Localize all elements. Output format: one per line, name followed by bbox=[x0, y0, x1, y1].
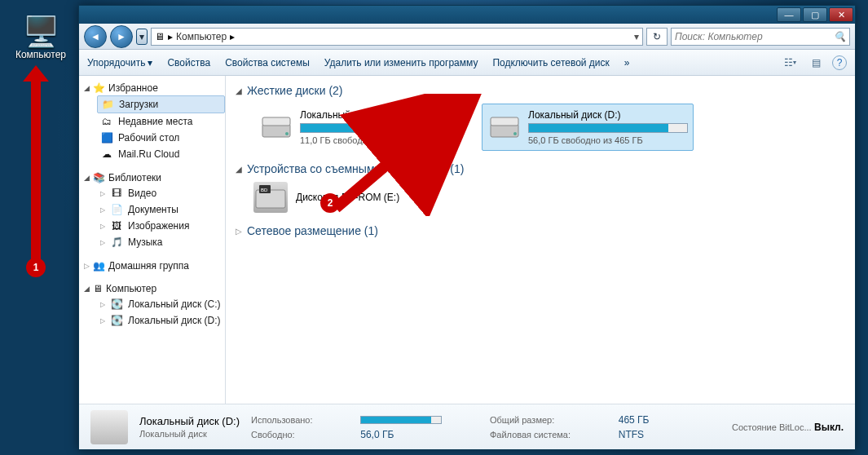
triangle-right-icon: ▷ bbox=[84, 262, 90, 270]
nav-homegroup: ▷ 👥 Домашняя группа bbox=[79, 258, 225, 273]
map-network-drive-button[interactable]: Подключить сетевой диск bbox=[492, 57, 609, 68]
history-dropdown[interactable]: ▾ bbox=[136, 29, 148, 45]
organize-label: Упорядочить bbox=[87, 57, 145, 68]
bd-rom-icon: BD bbox=[253, 182, 288, 213]
desktop-icon-label: Компьютер bbox=[15, 49, 67, 60]
nav-computer: ◢ 🖥 Компьютер ▷ 💽 Локальный диск (C:) ▷ … bbox=[79, 281, 225, 329]
drive-name: Локальный диск (C:) bbox=[300, 109, 460, 121]
desktop-computer-icon[interactable]: 🖥️ Компьютер bbox=[15, 15, 67, 60]
nav-homegroup-header[interactable]: ▷ 👥 Домашняя группа bbox=[79, 258, 225, 273]
titlebar[interactable]: — ▢ ✕ bbox=[79, 6, 855, 24]
drive-d[interactable]: Локальный диск (D:) 56,0 ГБ свободно из … bbox=[482, 104, 694, 151]
uninstall-program-button[interactable]: Удалить или изменить программу bbox=[324, 57, 478, 68]
monitor-icon: 🖥️ bbox=[15, 15, 67, 49]
search-input[interactable]: Поиск: Компьютер 🔍 bbox=[671, 28, 850, 46]
back-button[interactable]: ◄ bbox=[84, 25, 107, 48]
svg-text:BD: BD bbox=[261, 188, 268, 192]
search-placeholder: Поиск: Компьютер bbox=[675, 31, 763, 42]
window-body: ◢ ⭐ Избранное 📁 Загрузки 🗂 Недавние мест… bbox=[79, 76, 855, 404]
svg-point-5 bbox=[513, 132, 517, 135]
view-options-button[interactable]: ☷▾ bbox=[780, 55, 800, 71]
nav-drive-c[interactable]: ▷ 💽 Локальный диск (C:) bbox=[97, 296, 225, 312]
triangle-right-icon: ▷ bbox=[100, 223, 105, 230]
arrow-left-icon: ◄ bbox=[90, 31, 100, 42]
homegroup-icon: 👥 bbox=[93, 260, 105, 272]
video-icon: 🎞 bbox=[110, 187, 123, 200]
bd-rom-drive[interactable]: BD Дисковод BD-ROM (E:) bbox=[253, 182, 845, 213]
nav-desktop[interactable]: 🟦 Рабочий стол bbox=[97, 130, 225, 146]
nav-item-label: Недавние места bbox=[118, 116, 192, 127]
triangle-right-icon: ▷ bbox=[100, 239, 105, 246]
nav-recent-places[interactable]: 🗂 Недавние места bbox=[97, 113, 225, 130]
svg-rect-4 bbox=[491, 117, 518, 126]
details-subtitle: Локальный диск bbox=[139, 429, 240, 439]
nav-documents[interactable]: ▷ 📄 Документы bbox=[97, 201, 225, 218]
chevron-down-icon[interactable]: ▾ bbox=[634, 31, 639, 42]
address-bar[interactable]: 🖥 ▸ Компьютер ▸ ▾ bbox=[151, 28, 643, 46]
drive-c[interactable]: Локальный диск (C:) 11,0 ГБ свободно из … bbox=[253, 104, 465, 151]
drive-icon: 💽 bbox=[110, 314, 123, 327]
help-icon: ? bbox=[837, 57, 843, 68]
maximize-button[interactable]: ▢ bbox=[803, 7, 827, 22]
arrow-right-icon: ► bbox=[117, 31, 126, 42]
close-button[interactable]: ✕ bbox=[829, 7, 853, 22]
refresh-button[interactable]: ↻ bbox=[646, 28, 668, 46]
system-properties-button[interactable]: Свойства системы bbox=[225, 57, 310, 68]
properties-button[interactable]: Свойства bbox=[167, 57, 210, 68]
nav-item-label: Загрузки bbox=[119, 99, 158, 110]
nav-item-label: Изображения bbox=[128, 220, 189, 232]
nav-pictures[interactable]: ▷ 🖼 Изображения bbox=[97, 218, 225, 234]
svg-point-2 bbox=[285, 132, 289, 135]
preview-pane-button[interactable]: ▤ bbox=[806, 55, 826, 71]
minimize-button[interactable]: — bbox=[777, 7, 801, 22]
drive-name: Локальный диск (D:) bbox=[528, 109, 688, 121]
svg-rect-1 bbox=[262, 117, 290, 126]
section-label: Устройства со съемными носителями (1) bbox=[247, 162, 464, 175]
removable-name: Дисковод BD-ROM (E:) bbox=[296, 192, 399, 203]
nav-computer-header[interactable]: ◢ 🖥 Компьютер bbox=[79, 281, 225, 296]
nav-homegroup-label: Домашняя группа bbox=[108, 260, 189, 272]
drive-large-icon bbox=[90, 410, 128, 444]
star-icon: ⭐ bbox=[93, 82, 105, 94]
forward-button[interactable]: ► bbox=[110, 25, 133, 48]
overflow-button[interactable]: » bbox=[624, 57, 630, 68]
nav-mailru-cloud[interactable]: ☁ Mail.Ru Cloud bbox=[97, 146, 225, 162]
nav-favorites-label: Избранное bbox=[108, 82, 158, 94]
navbar: ◄ ► ▾ 🖥 ▸ Компьютер ▸ ▾ ↻ Поиск: Компьют… bbox=[79, 24, 855, 50]
chevron-down-icon: ▾ bbox=[139, 31, 144, 42]
cloud-icon: ☁ bbox=[100, 148, 113, 161]
nav-item-label: Локальный диск (C:) bbox=[128, 298, 221, 310]
organize-menu[interactable]: Упорядочить ▾ bbox=[87, 57, 152, 68]
breadcrumb[interactable]: Компьютер bbox=[176, 31, 227, 42]
nav-music[interactable]: ▷ 🎵 Музыка bbox=[97, 234, 225, 250]
nav-video[interactable]: ▷ 🎞 Видео bbox=[97, 185, 225, 201]
details-title: Локальный диск (D:) bbox=[139, 415, 240, 427]
hard-disks-header[interactable]: ◢ Жесткие диски (2) bbox=[236, 84, 845, 97]
nav-libraries-label: Библиотеки bbox=[108, 172, 161, 183]
nav-drive-d[interactable]: ▷ 💽 Локальный диск (D:) bbox=[97, 312, 225, 329]
explorer-window: — ▢ ✕ ◄ ► ▾ 🖥 ▸ Компьютер ▸ ▾ ↻ Поиск: К… bbox=[78, 5, 856, 450]
used-bar bbox=[360, 416, 442, 424]
hard-drive-icon bbox=[259, 109, 293, 144]
filesystem-value: NTFS bbox=[619, 429, 672, 440]
triangle-down-icon: ◢ bbox=[84, 174, 90, 182]
folder-icon: 📁 bbox=[101, 98, 114, 111]
drive-free-text: 56,0 ГБ свободно из 465 ГБ bbox=[528, 135, 688, 145]
refresh-icon: ↻ bbox=[653, 31, 661, 42]
removable-header[interactable]: ◢ Устройства со съемными носителями (1) bbox=[236, 162, 845, 175]
preview-icon: ▤ bbox=[812, 57, 821, 68]
annotation-arrow-1 bbox=[31, 80, 41, 263]
triangle-right-icon: ▷ bbox=[100, 190, 105, 197]
triangle-down-icon: ◢ bbox=[236, 165, 242, 174]
nav-downloads[interactable]: 📁 Загрузки bbox=[97, 95, 225, 113]
triangle-right-icon: ▷ bbox=[100, 301, 105, 308]
nav-libraries-header[interactable]: ◢ 📚 Библиотеки bbox=[79, 170, 225, 185]
nav-item-label: Видео bbox=[128, 188, 156, 199]
nav-favorites-header[interactable]: ◢ ⭐ Избранное bbox=[79, 81, 225, 95]
network-header[interactable]: ▷ Сетевое размещение (1) bbox=[236, 224, 845, 237]
pictures-icon: 🖼 bbox=[110, 219, 123, 232]
desktop-icon: 🟦 bbox=[100, 131, 113, 144]
help-button[interactable]: ? bbox=[832, 55, 847, 70]
layout-icon: ☷ bbox=[784, 57, 793, 68]
triangle-down-icon: ◢ bbox=[84, 285, 90, 293]
